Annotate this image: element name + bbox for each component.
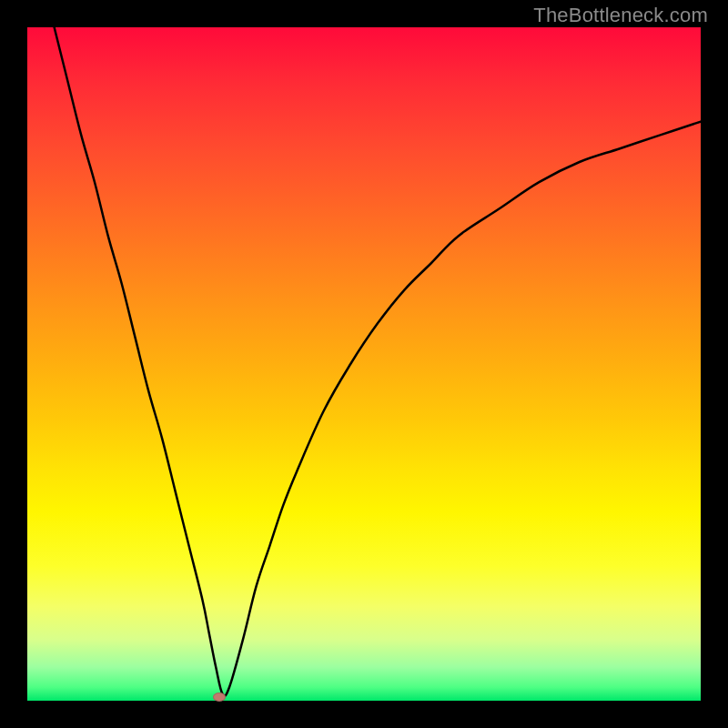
chart-frame: TheBottleneck.com bbox=[0, 0, 728, 728]
bottleneck-curve bbox=[27, 27, 701, 701]
watermark-text: TheBottleneck.com bbox=[533, 4, 708, 27]
plot-area bbox=[27, 27, 701, 701]
